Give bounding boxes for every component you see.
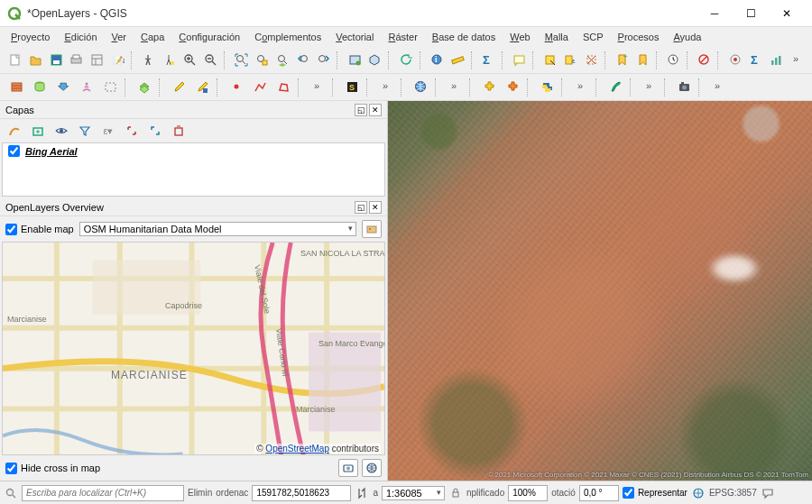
layer-manage-visibility-icon[interactable]	[51, 120, 72, 142]
deselect-icon[interactable]	[582, 50, 601, 71]
overview-globe-button[interactable]	[362, 459, 382, 477]
python-icon[interactable]	[536, 77, 558, 98]
plugin-orange-icon[interactable]	[502, 77, 523, 98]
print-layout-icon[interactable]	[68, 50, 87, 71]
menu-ayuda[interactable]: Ayuda	[666, 30, 708, 44]
chart-icon[interactable]	[767, 50, 786, 71]
new-spatialite-icon[interactable]	[76, 77, 97, 98]
crs-label[interactable]: EPSG:3857	[709, 488, 757, 498]
hide-cross-checkbox-wrap[interactable]: Hide cross in map	[5, 463, 100, 474]
menu-edición[interactable]: Edición	[57, 30, 104, 44]
layer-add-group-icon[interactable]	[27, 120, 49, 142]
new-geopackage-icon[interactable]	[29, 77, 51, 98]
save-edits-icon[interactable]	[191, 77, 213, 98]
overview-refresh-button[interactable]	[362, 220, 382, 238]
more-icon[interactable]: »	[570, 77, 592, 98]
close-button[interactable]: ✕	[769, 1, 805, 26]
style-manager-icon[interactable]: 📝a	[108, 50, 127, 71]
new-3d-view-icon[interactable]	[366, 50, 385, 71]
select-features-icon[interactable]	[540, 50, 559, 71]
zoom-next-icon[interactable]	[315, 50, 334, 71]
basemap-combo[interactable]: OSM Humanitarian Data Model	[79, 222, 356, 236]
show-tips-icon[interactable]	[510, 50, 529, 71]
render-checkbox-wrap[interactable]: Representar	[623, 487, 687, 499]
temporal-icon[interactable]	[664, 50, 683, 71]
digitize-point-icon[interactable]	[226, 77, 247, 98]
scp-dock-icon[interactable]: S	[341, 77, 363, 98]
scale-combo[interactable]: 1:36085	[382, 486, 445, 500]
zoom-full-icon[interactable]	[232, 50, 251, 71]
more-icon[interactable]: »	[307, 77, 328, 98]
menu-vectorial[interactable]: Vectorial	[328, 30, 381, 44]
enable-map-checkbox[interactable]	[5, 224, 17, 235]
layout-manager-icon[interactable]	[88, 50, 106, 71]
layers-tree[interactable]: Bing Aerial	[2, 142, 385, 197]
menu-malla[interactable]: Malla	[538, 30, 576, 44]
zoom-layer-icon[interactable]	[273, 50, 292, 71]
messages-icon[interactable]	[761, 486, 775, 500]
rotation-input[interactable]	[579, 485, 619, 501]
zoom-in-icon[interactable]	[180, 50, 199, 71]
locator-icon[interactable]	[4, 486, 18, 500]
menu-complementos[interactable]: Complementos	[247, 30, 328, 44]
pan-to-selection-icon[interactable]	[160, 50, 179, 71]
overview-panel-close-button[interactable]: ✕	[369, 201, 382, 214]
layer-visibility-checkbox[interactable]	[8, 145, 20, 157]
digitize-polygon-icon[interactable]	[272, 77, 294, 98]
render-checkbox[interactable]	[623, 487, 634, 499]
menu-web[interactable]: Web	[503, 30, 537, 44]
digitize-line-icon[interactable]	[249, 77, 271, 98]
layer-collapse-icon[interactable]	[144, 120, 166, 142]
open-project-icon[interactable]	[26, 50, 45, 71]
locator-input[interactable]	[22, 485, 184, 501]
web-icon[interactable]	[410, 77, 431, 98]
data-source-manager-icon[interactable]	[5, 77, 27, 98]
select-by-value-icon[interactable]: ε	[561, 50, 580, 71]
magnifier-input[interactable]	[508, 485, 548, 501]
layer-remove-icon[interactable]	[168, 120, 189, 142]
toggle-editing-icon[interactable]	[168, 77, 189, 98]
lock-scale-icon[interactable]	[448, 486, 463, 500]
menu-ráster[interactable]: Ráster	[381, 30, 424, 44]
pan-icon[interactable]	[139, 50, 158, 71]
more-icon[interactable]: »	[444, 77, 466, 98]
identify-icon[interactable]: i	[428, 50, 447, 71]
sigma-icon[interactable]: Σ	[746, 50, 765, 71]
show-bookmarks-icon[interactable]	[633, 50, 652, 71]
save-project-icon[interactable]	[47, 50, 66, 71]
zoom-selection-icon[interactable]	[253, 50, 272, 71]
layers-panel-close-button[interactable]: ✕	[369, 104, 382, 116]
more-icon[interactable]: »	[375, 77, 397, 98]
new-map-view-icon[interactable]	[346, 50, 364, 71]
menu-proyecto[interactable]: Proyecto	[4, 30, 57, 44]
feather-icon[interactable]	[604, 77, 626, 98]
menu-capa[interactable]: Capa	[134, 30, 171, 44]
decoration-icon[interactable]	[726, 50, 745, 71]
overview-screenshot-button[interactable]	[338, 459, 358, 477]
layers-panel-undock-button[interactable]: ◱	[355, 104, 367, 116]
overview-map-canvas[interactable]: MARCIANISE Capodrise SAN NICOLA LA STRAD…	[2, 242, 385, 455]
crs-icon[interactable]	[691, 486, 706, 500]
enable-map-checkbox-wrap[interactable]: Enable map	[5, 224, 74, 235]
hide-cross-checkbox[interactable]	[5, 463, 17, 474]
plugin-yellow-icon[interactable]	[478, 77, 500, 98]
menu-configuración[interactable]: Configuración	[171, 30, 247, 44]
more-icon[interactable]: »	[639, 77, 660, 98]
layer-expand-icon[interactable]	[121, 120, 143, 142]
vector-new-icon[interactable]	[134, 77, 155, 98]
menu-scp[interactable]: SCP	[576, 30, 611, 44]
new-virtual-icon[interactable]	[99, 77, 121, 98]
more-icon[interactable]: »	[707, 77, 729, 98]
overview-panel-undock-button[interactable]: ◱	[355, 201, 367, 214]
layer-row-bing-aerial[interactable]: Bing Aerial	[3, 143, 384, 159]
layer-expression-icon[interactable]: ε▾	[97, 120, 119, 142]
map-canvas[interactable]: © 2021 Microsoft Corporation © 2021 Maxa…	[388, 101, 812, 481]
maximize-button[interactable]: ☐	[733, 1, 769, 26]
menu-base-de-datos[interactable]: Base de datos	[425, 30, 503, 44]
layer-filter-icon[interactable]	[74, 120, 96, 142]
coordinate-input[interactable]	[252, 485, 351, 501]
more-icon[interactable]: »	[788, 50, 807, 71]
minimize-button[interactable]: ─	[697, 1, 733, 26]
statistics-icon[interactable]: Σ	[479, 50, 498, 71]
no-action-icon[interactable]	[695, 50, 714, 71]
